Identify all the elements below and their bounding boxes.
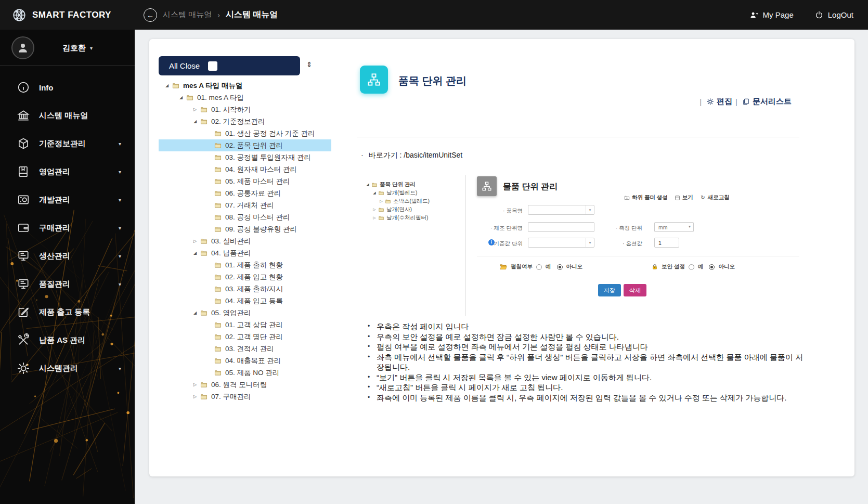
tree-item[interactable]: ▷01. 시작하기: [159, 104, 331, 115]
tree-item[interactable]: ◢날개(빌레드): [364, 189, 430, 197]
tree-item[interactable]: ▷06. 원격 모니터링: [159, 379, 331, 391]
view-button[interactable]: 보기: [675, 194, 693, 201]
tree-item[interactable]: ▷03. 설비관리: [159, 235, 331, 247]
tree-caret-closed-icon[interactable]: ▷: [379, 199, 384, 203]
resize-updown-icon[interactable]: ⇕: [306, 60, 313, 69]
sidebar-item-11[interactable]: 시스템관리▾: [0, 354, 135, 382]
chevron-down-icon: ▾: [119, 225, 121, 231]
create-subfolder-button[interactable]: 하위 폴더 생성: [624, 194, 668, 201]
tree-caret-closed-icon[interactable]: ▷: [372, 216, 377, 220]
tree-item[interactable]: ◢품목 단위 관리: [364, 180, 430, 189]
tree-item[interactable]: ▷07. 구매관리: [159, 391, 331, 403]
refresh-button[interactable]: ↻새로고침: [700, 194, 730, 201]
sidebar-item-3[interactable]: 기준정보관리▾: [0, 130, 135, 158]
tree-caret-closed-icon[interactable]: ▷: [192, 239, 198, 243]
breadcrumb-parent[interactable]: 시스템 매뉴얼: [163, 10, 212, 20]
security-no-radio[interactable]: [709, 264, 715, 270]
sidebar-item-9[interactable]: 제품 출고 등록: [0, 298, 135, 326]
tree-caret-open-icon[interactable]: ◢: [365, 183, 370, 187]
back-icon[interactable]: ←: [144, 8, 157, 22]
measure-unit-select[interactable]: mm▾: [654, 222, 694, 232]
tree-item[interactable]: 05. 제품 마스터 관리: [159, 175, 331, 187]
tree-item[interactable]: ◢05. 영업관리: [159, 307, 331, 319]
brand[interactable]: SMART FACTORY: [11, 0, 111, 30]
save-button[interactable]: 저장: [598, 284, 621, 296]
radio-no-label[interactable]: 아니오: [718, 263, 735, 270]
tree-item[interactable]: 04. 원자재 마스터 관리: [159, 163, 331, 175]
folder-icon: [200, 238, 208, 244]
avatar[interactable]: [11, 36, 34, 59]
edit-button[interactable]: 편집: [699, 97, 732, 107]
tree-item[interactable]: ◢04. 납품관리: [159, 247, 331, 259]
shortcut-link[interactable]: 바로가기 : /basic/itemUnitSet: [361, 151, 462, 160]
tree-item-selected[interactable]: 02. 품목 단위 관리: [159, 139, 331, 151]
item-name-combobox[interactable]: ▾: [528, 205, 594, 215]
tree-caret-open-icon[interactable]: ◢: [178, 95, 184, 100]
option-value-input[interactable]: 1: [654, 238, 679, 248]
base-unit-combobox[interactable]: ▾: [528, 238, 594, 248]
tree-item[interactable]: 07. 거래처 관리: [159, 199, 331, 211]
tree-item[interactable]: 02. 고객 명단 관리: [159, 331, 331, 343]
user-menu[interactable]: 김호환 ▾: [62, 30, 93, 66]
radio-no-label[interactable]: 아니오: [566, 263, 583, 270]
tree-item[interactable]: 09. 공정 불량유형 관리: [159, 223, 331, 235]
tree-item[interactable]: ▷날개(수처리필터): [364, 214, 430, 222]
tree-item[interactable]: 05. 제품 NO 관리: [159, 367, 331, 379]
sidebar-item-1[interactable]: Info: [0, 73, 135, 101]
tree-item-label: 01. mes A 타입: [197, 93, 244, 102]
sidebar-item-label: 시스템 매뉴얼: [39, 111, 88, 121]
tree-caret-open-icon[interactable]: ◢: [192, 251, 198, 255]
sidebar-item-6[interactable]: 구매관리▾: [0, 214, 135, 242]
tree-caret-open-icon[interactable]: ◢: [192, 311, 198, 315]
sidebar-item-4[interactable]: 영업관리▾: [0, 158, 135, 186]
sidebar-item-8[interactable]: 품질관리▾: [0, 270, 135, 298]
tree-caret-open-icon[interactable]: ◢: [164, 83, 170, 88]
tree-caret-closed-icon[interactable]: ▷: [372, 208, 377, 212]
radio-yes-label[interactable]: 예: [698, 263, 704, 270]
tree-all-close-header[interactable]: All Close: [159, 56, 300, 75]
all-close-checkbox[interactable]: [208, 61, 217, 71]
radio-yes-label[interactable]: 예: [546, 263, 551, 270]
expand-yes-radio[interactable]: [536, 264, 542, 270]
tree-item[interactable]: 01. 생산 공정 검사 기준 관리: [159, 127, 331, 139]
my-page-button[interactable]: My Page: [749, 10, 794, 20]
sidebar-item-5[interactable]: 개발관리▾: [0, 186, 135, 214]
folder-icon: [214, 298, 222, 304]
tree-item[interactable]: ◢mes A 타입 매뉴얼: [159, 80, 331, 92]
tree-item[interactable]: 04. 매출목표 관리: [159, 355, 331, 367]
tree-caret-closed-icon[interactable]: ▷: [192, 382, 198, 387]
action-label: 문서리스트: [753, 97, 792, 107]
tree-item[interactable]: 02. 제품 입고 현황: [159, 271, 331, 283]
sidebar-item-7[interactable]: 생산관리▾: [0, 242, 135, 270]
tree-item[interactable]: 03. 공정별 투입원자재 관리: [159, 151, 331, 163]
sidebar-item-2[interactable]: 시스템 매뉴얼: [0, 101, 135, 130]
top-right-links: My Page LogOut: [749, 0, 853, 30]
tree-item[interactable]: ▷날개(면사): [364, 205, 430, 214]
person-plus-icon: [749, 10, 759, 20]
document-list-button[interactable]: 문서리스트: [735, 97, 792, 107]
chevron-down-icon: ▾: [119, 366, 121, 371]
tree-caret-closed-icon[interactable]: ▷: [192, 394, 198, 399]
tree-item[interactable]: 08. 공정 마스터 관리: [159, 211, 331, 223]
sidebar-item-10[interactable]: 납품 AS 관리: [0, 326, 135, 354]
tree-caret-closed-icon[interactable]: ▷: [192, 107, 198, 112]
tree-item[interactable]: 03. 견적서 관리: [159, 343, 331, 355]
view-icon: [675, 195, 680, 201]
tree-item[interactable]: 06. 공통자료 관리: [159, 187, 331, 199]
tree-item[interactable]: 04. 제품 입고 등록: [159, 295, 331, 307]
expand-no-radio[interactable]: [557, 264, 563, 270]
tree-item[interactable]: 01. 고객 상담 관리: [159, 319, 331, 331]
content-card: All Close ⇕ ◢mes A 타입 매뉴얼◢01. mes A 타입▷0…: [149, 39, 854, 476]
tree-caret-open-icon[interactable]: ◢: [192, 119, 198, 124]
logout-button[interactable]: LogOut: [814, 10, 853, 20]
security-yes-radio[interactable]: [689, 264, 694, 270]
tree-item[interactable]: ◢01. mes A 타입: [159, 92, 331, 104]
tree-caret-open-icon[interactable]: ◢: [372, 191, 377, 195]
tree-item[interactable]: ◢02. 기준정보관리: [159, 115, 331, 127]
delete-button[interactable]: 삭제: [624, 284, 646, 296]
manufacture-unit-input[interactable]: [528, 222, 594, 232]
tree-item[interactable]: ▷소박스(빌레드): [364, 197, 430, 205]
tree-item[interactable]: 03. 제품 출하/지시: [159, 283, 331, 295]
tree-item-label: 07. 구매관리: [211, 392, 251, 402]
tree-item[interactable]: 01. 제품 출하 현황: [159, 259, 331, 271]
